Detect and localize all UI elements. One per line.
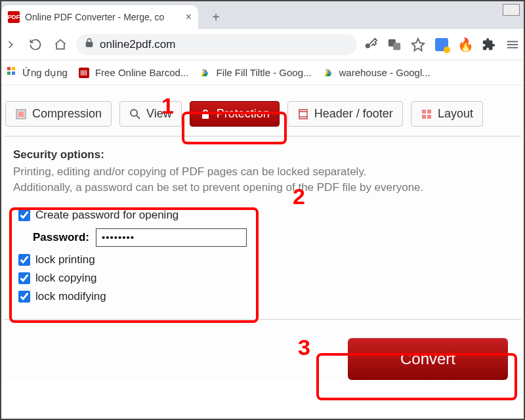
option-create-password: Create password for opening: [18, 206, 507, 224]
magnifier-icon: [129, 108, 141, 120]
svg-rect-14: [422, 115, 426, 119]
browser-tab-bar: PDF Online PDF Converter - Merge, co × +: [1, 1, 524, 29]
bookmarks-bar: Ứng dụng Free Online Barcod... File Fill…: [1, 60, 524, 85]
create-password-checkbox[interactable]: [18, 209, 30, 221]
layout-icon: [421, 108, 432, 120]
create-password-label: Create password for opening: [35, 209, 178, 222]
forward-button[interactable]: [1, 35, 20, 54]
lock-printing-label: lock printing: [35, 253, 95, 266]
window-maximize-icon[interactable]: [503, 4, 520, 16]
page-content: Compression View Protection Header / foo…: [1, 85, 524, 380]
password-input[interactable]: [96, 228, 247, 247]
fire-ext-icon[interactable]: 🔥: [458, 37, 472, 52]
compression-icon: [15, 108, 27, 120]
tab-compression-label: Compression: [32, 107, 102, 121]
toolbar: online2pdf.com 🔥: [1, 29, 524, 60]
lock-icon: [200, 108, 211, 120]
tab-layout-label: Layout: [438, 107, 473, 121]
svg-rect-9: [299, 110, 307, 119]
security-desc-2: Additionally, a password can be set to p…: [13, 180, 512, 196]
drive-icon: [322, 67, 334, 79]
tab-view-label: View: [146, 107, 172, 121]
option-lock-printing: lock printing: [18, 251, 507, 269]
svg-rect-2: [393, 43, 400, 50]
security-desc-1: Printing, editing and/or copying of PDF …: [13, 164, 512, 180]
bookmark-warehouse-label: warehouse - Googl...: [339, 67, 430, 78]
pdf-favicon: PDF: [8, 11, 20, 23]
svg-rect-5: [507, 47, 518, 48]
svg-point-0: [366, 43, 370, 48]
convert-button[interactable]: Convert: [348, 338, 508, 380]
convert-row: Convert: [4, 319, 521, 380]
apps-label: Ứng dụng: [22, 67, 68, 79]
new-tab-button[interactable]: +: [206, 7, 226, 27]
tab-layout[interactable]: Layout: [411, 101, 483, 127]
window-controls: [503, 4, 520, 16]
translate-icon[interactable]: [387, 37, 402, 52]
tab-view[interactable]: View: [119, 101, 182, 127]
svg-point-8: [131, 110, 137, 116]
browser-tab[interactable]: PDF Online PDF Converter - Merge, co ×: [1, 5, 198, 29]
google-translate-ext-icon[interactable]: [434, 37, 449, 52]
tab-protection-label: Protection: [217, 107, 270, 121]
reload-button[interactable]: [26, 35, 45, 54]
tab-protection[interactable]: Protection: [190, 101, 280, 127]
protection-panel: Security options: Printing, editing and/…: [4, 136, 521, 319]
option-tabs: Compression View Protection Header / foo…: [4, 101, 521, 136]
password-row: Password:: [18, 224, 507, 251]
menu-icon[interactable]: [505, 37, 520, 52]
barcode-favicon: [78, 67, 90, 79]
security-heading: Security options:: [13, 148, 512, 161]
tab-title: Online PDF Converter - Merge, co: [25, 12, 180, 22]
key-icon[interactable]: [364, 37, 378, 52]
security-options: Create password for opening Password: lo…: [13, 202, 512, 312]
extensions: 🔥: [364, 37, 520, 52]
svg-rect-15: [427, 115, 431, 119]
star-icon[interactable]: [411, 37, 425, 52]
lock-icon: [84, 37, 94, 51]
svg-rect-13: [427, 110, 431, 114]
address-bar[interactable]: online2pdf.com: [76, 34, 357, 55]
bookmark-barcode-label: Free Online Barcod...: [95, 67, 189, 78]
lock-modifying-label: lock modifying: [35, 290, 106, 303]
svg-rect-3: [507, 41, 518, 42]
tab-header-footer-label: Header / footer: [314, 107, 393, 121]
svg-rect-12: [422, 110, 426, 114]
lock-copying-checkbox[interactable]: [18, 272, 30, 284]
bookmark-barcode[interactable]: Free Online Barcod...: [78, 67, 189, 79]
svg-rect-7: [18, 112, 24, 117]
bookmark-filefill[interactable]: File Fill Tiltle - Goog...: [199, 67, 311, 79]
tab-compression[interactable]: Compression: [5, 101, 112, 127]
svg-rect-4: [507, 44, 518, 45]
password-label: Password:: [33, 231, 89, 244]
bookmark-warehouse[interactable]: warehouse - Googl...: [322, 67, 430, 79]
lock-modifying-checkbox[interactable]: [18, 291, 30, 303]
apps-shortcut[interactable]: Ứng dụng: [5, 67, 68, 79]
bookmark-filefill-label: File Fill Tiltle - Goog...: [216, 67, 311, 78]
option-lock-copying: lock copying: [18, 269, 507, 287]
extensions-puzzle-icon[interactable]: [482, 37, 496, 52]
drive-icon: [199, 67, 211, 79]
option-lock-modifying: lock modifying: [18, 287, 507, 306]
page-icon: [297, 108, 309, 120]
apps-icon: [5, 67, 17, 79]
home-button[interactable]: [51, 35, 70, 54]
lock-printing-checkbox[interactable]: [18, 254, 30, 266]
tab-header-footer[interactable]: Header / footer: [287, 101, 403, 127]
close-icon[interactable]: ×: [186, 11, 192, 23]
lock-copying-label: lock copying: [35, 272, 97, 285]
url-text: online2pdf.com: [100, 38, 175, 51]
